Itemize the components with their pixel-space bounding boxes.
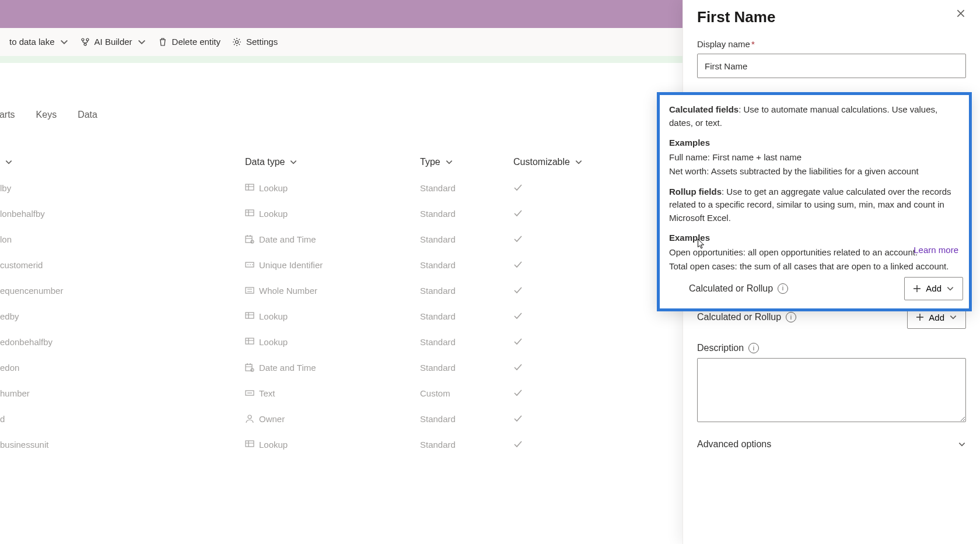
display-name-label: Display name* [697,39,966,49]
col-datatype[interactable]: Data type [245,157,420,167]
type-cell: Standard [420,286,513,296]
unique-id-icon [245,260,254,269]
customizable-cell [513,311,618,321]
command-label: to data lake [9,37,55,47]
field-name-cell: d [0,414,245,424]
field-name-cell: equencenumber [0,286,245,296]
type-cell: Standard [420,363,513,373]
tab-keys[interactable]: Keys [36,110,57,120]
tooltip-examples-heading: Examples [669,136,960,150]
chevron-down-icon [949,313,957,321]
lookup-icon [245,183,254,192]
lookup-icon [245,209,254,218]
command-label: AI Builder [94,37,132,47]
description-input[interactable] [697,358,966,422]
svg-rect-13 [246,338,254,344]
datatype-cell: Lookup [245,209,420,219]
learn-more-link[interactable]: Learn more [914,244,958,257]
check-icon [513,440,523,449]
whole-number-icon [245,286,254,295]
customizable-cell [513,337,618,346]
close-panel-button[interactable] [956,8,966,19]
datatype-cell: Lookup [245,337,420,347]
calculated-or-rollup-label-overlay: Calculated or Rollup i [689,282,788,296]
check-icon [513,311,523,321]
add-calculation-button-overlay[interactable]: Add [904,277,963,300]
datetime-icon [245,363,254,372]
owner-icon [245,414,254,423]
gear-icon [232,37,242,47]
ai-builder-button[interactable]: AI Builder [80,37,146,47]
tooltip-calc-heading: Calculated fields [669,104,738,114]
field-name-cell: businessunit [0,440,245,450]
tab-charts[interactable]: harts [0,110,15,120]
datatype-cell: Unique Identifier [245,260,420,270]
svg-point-3 [86,38,89,41]
field-name-cell: customerid [0,260,245,270]
svg-rect-7 [246,210,254,216]
customizable-cell [513,209,618,218]
field-name-cell: edon [0,363,245,373]
svg-point-17 [248,415,251,419]
check-icon [513,286,523,295]
command-label: Settings [246,37,278,47]
svg-rect-12 [246,313,254,318]
info-icon[interactable]: i [748,343,759,353]
display-name-input[interactable] [697,54,966,78]
field-type-tooltip: Calculated fields: Use to automate manua… [657,92,972,311]
tooltip-text: Full name: First name + last name [669,151,960,164]
delete-entity-button[interactable]: Delete entity [158,37,220,47]
ai-builder-icon [80,37,90,47]
field-name-cell: lon [0,234,245,244]
customizable-cell [513,388,618,398]
type-cell: Standard [420,337,513,347]
type-cell: Standard [420,234,513,244]
customizable-cell [513,414,618,423]
check-icon [513,337,523,346]
svg-rect-6 [246,184,254,190]
col-customizable[interactable]: Customizable [513,157,618,167]
export-to-data-lake-button[interactable]: to data lake [9,37,69,47]
customizable-cell [513,363,618,372]
chevron-down-icon [946,285,954,293]
customizable-cell [513,234,618,244]
check-icon [513,363,523,372]
chevron-down-icon [137,37,146,47]
check-icon [513,234,523,244]
field-name-cell: lby [0,183,245,193]
datatype-cell: Text [245,388,420,398]
type-cell: Standard [420,209,513,219]
type-cell: Standard [420,260,513,270]
description-label: Description i [697,343,759,353]
tooltip-examples-heading: Examples [669,231,960,245]
customizable-cell [513,440,618,449]
col-type[interactable]: Type [420,157,513,167]
chevron-down-icon [5,158,13,166]
tab-data[interactable]: Data [78,110,97,120]
settings-button[interactable]: Settings [232,37,278,47]
svg-point-5 [236,40,239,43]
info-icon[interactable]: i [778,283,788,294]
datatype-cell: Date and Time [245,363,420,373]
advanced-options-toggle[interactable]: Advanced options [697,439,966,450]
lookup-icon [245,337,254,346]
check-icon [513,388,523,398]
datatype-cell: Lookup [245,440,420,450]
calculated-or-rollup-label: Calculated or Rollup i [697,312,796,322]
chevron-down-icon [445,158,453,166]
datatype-cell: Whole Number [245,286,420,296]
col-name[interactable] [0,158,245,166]
plus-icon [913,285,921,293]
add-label: Add [929,313,944,322]
info-icon[interactable]: i [786,312,796,322]
command-label: Delete entity [172,37,220,47]
field-name-cell: edonbehalfby [0,337,245,347]
customizable-cell [513,260,618,269]
lookup-icon [245,440,254,449]
chevron-down-icon [60,37,69,47]
customizable-cell [513,286,618,295]
check-icon [513,183,523,192]
tooltip-rollup-heading: Rollup fields [669,187,722,196]
tooltip-text: Net worth: Assets subtracted by the liab… [669,165,960,178]
close-icon [956,8,966,19]
